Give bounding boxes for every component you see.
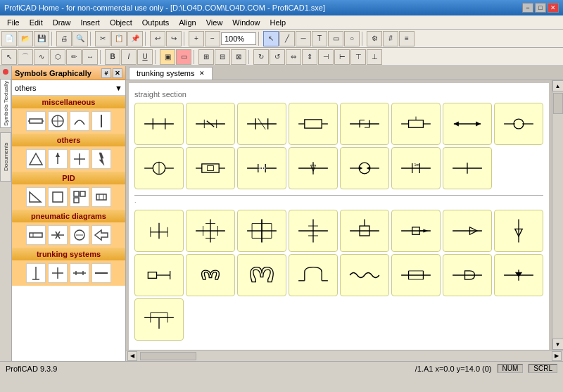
arrow-button[interactable]: ↖ [1,49,17,65]
save-button[interactable]: 💾 [34,31,49,46]
sym-item[interactable] [91,149,111,169]
canvas-sym-8[interactable] [494,103,543,145]
canvas-sym-r5-1[interactable] [134,298,184,341]
flip-h-button[interactable]: ⇔ [286,49,301,65]
maximize-button[interactable]: □ [535,3,546,13]
menu-help[interactable]: Help [265,17,290,28]
sym-item[interactable] [70,149,89,169]
rotate-ccw-button[interactable]: ↺ [270,49,285,65]
canvas-sym-r3-1[interactable] [134,210,184,252]
line-button[interactable]: ─ [296,31,311,46]
scroll-thumb-h[interactable] [140,352,196,360]
minimize-button[interactable]: − [522,3,533,13]
category-trunking[interactable]: trunking systems [12,248,125,260]
canvas-sym-r3-6[interactable] [391,210,441,252]
sym-item[interactable] [48,149,68,169]
close-button[interactable]: ✕ [548,3,559,13]
dim-button[interactable]: ↔ [82,49,98,65]
sym-item[interactable] [91,111,111,131]
canvas-sym-r4-4[interactable] [289,254,338,296]
canvas-sym-r3-2[interactable] [186,210,235,252]
scroll-up-button[interactable]: ▲ [552,80,564,91]
canvas-sym-r4-5[interactable] [340,254,389,296]
font-italic[interactable]: I [121,49,137,65]
ungroup-button[interactable]: ⊠ [231,49,246,65]
flip-v-button[interactable]: ⇕ [302,49,317,65]
font-underline[interactable]: U [137,49,153,65]
scroll-down-button[interactable]: ▼ [552,339,564,350]
menu-edit[interactable]: Edit [25,17,47,28]
canvas-sym-r4-6[interactable] [391,254,441,296]
canvas-sym-r4-3[interactable] [237,254,286,296]
symbols-close-button[interactable]: ✕ [113,68,122,78]
sym-item[interactable] [70,111,89,131]
menu-align[interactable]: Align [175,17,200,28]
canvas-sym-r2-4[interactable] [289,147,338,189]
sym-item[interactable] [70,187,89,207]
sym-item[interactable] [70,225,89,245]
canvas-sym-3[interactable] [237,103,286,145]
zoom-in-button[interactable]: + [189,31,204,46]
canvas-sym-r2-3[interactable] [237,147,286,189]
menu-file[interactable]: File [3,17,24,28]
sym-item[interactable] [91,263,111,283]
canvas-sym-r4-2[interactable] [186,254,235,296]
canvas-sym-r4-7[interactable] [443,254,492,296]
bezier-button[interactable]: ∿ [34,49,49,65]
sym-item[interactable] [26,263,46,283]
open-button[interactable]: 📂 [18,31,33,46]
sym-item[interactable] [26,149,46,169]
canvas-sym-r2-2[interactable] [186,147,235,189]
menu-object[interactable]: Object [106,17,137,28]
sym-item[interactable] [26,187,46,207]
canvas-sym-r2-6[interactable]: 1m [391,147,441,189]
canvas-scroll[interactable]: straight section [126,80,552,350]
category-others[interactable]: others [12,134,125,146]
color-line-button[interactable]: ▭ [176,49,191,65]
wire-button[interactable]: ╱ [279,31,295,46]
align-left-button[interactable]: ⊣ [318,49,334,65]
rect-button[interactable]: ▭ [328,31,343,46]
canvas-sym-r3-8[interactable] [494,210,543,252]
sym-item[interactable] [48,225,68,245]
canvas-sym-7[interactable] [443,103,492,145]
sym-item[interactable] [48,111,68,131]
sym-item[interactable] [91,225,111,245]
sym-item[interactable] [48,263,68,283]
undo-button[interactable]: ↩ [150,31,165,46]
menu-outputs[interactable]: Outputs [138,17,174,28]
sym-item[interactable] [48,187,68,207]
scroll-right-button[interactable]: ▶ [552,351,562,361]
canvas-sym-r2-5[interactable] [340,147,389,189]
properties-button[interactable]: ⚙ [367,31,382,46]
paste-button[interactable]: 📌 [127,31,143,46]
canvas-sym-r3-7[interactable] [443,210,492,252]
category-dropdown[interactable]: others ▼ [12,80,125,96]
canvas-sym-r4-8[interactable] [494,254,543,296]
scroll-thumb[interactable] [553,93,563,114]
copy-button[interactable]: 📋 [111,31,127,46]
zoom-out-button[interactable]: − [205,31,220,46]
canvas-sym-r2-7[interactable] [443,147,492,189]
canvas-sym-r4-1[interactable] [134,254,184,296]
print-preview-button[interactable]: 🔍 [72,31,88,46]
select-button[interactable]: ↖ [263,31,279,46]
circle-button[interactable]: ○ [344,31,360,46]
tab-symbols-textually[interactable]: Symbols Textually [0,79,11,128]
rotate-cw-button[interactable]: ↻ [253,49,269,65]
canvas-sym-6[interactable] [391,103,441,145]
category-pid[interactable]: PID [12,172,125,184]
cut-button[interactable]: ✂ [95,31,110,46]
color-fill-button[interactable]: ▣ [160,49,175,65]
font-bold[interactable]: B [105,49,120,65]
category-pneumatic[interactable]: pneumatic diagrams [12,210,125,222]
canvas-sym-r3-3[interactable] [237,210,286,252]
scroll-left-button[interactable]: ◀ [127,351,137,361]
grid-button[interactable]: # [383,31,398,46]
canvas-sym-r2-1[interactable] [134,147,184,189]
new-button[interactable]: 📄 [1,31,17,46]
canvas-sym-r3-5[interactable] [340,210,389,252]
redo-button[interactable]: ↪ [166,31,182,46]
group-button[interactable]: ⊟ [215,49,230,65]
pen-button[interactable]: ✏ [66,49,82,65]
